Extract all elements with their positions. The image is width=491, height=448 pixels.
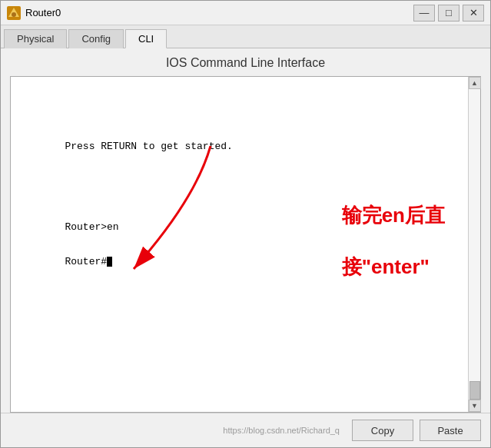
svg-point-2 bbox=[12, 12, 16, 17]
cli-output[interactable]: Press RETURN to get started. Router>en R… bbox=[11, 77, 468, 412]
scroll-thumb[interactable] bbox=[469, 381, 480, 400]
cli-prompt2: Router# bbox=[65, 256, 107, 267]
cli-container[interactable]: Press RETURN to get started. Router>en R… bbox=[10, 76, 481, 413]
cli-press-return: Press RETURN to get started. bbox=[65, 141, 232, 152]
annotation-text: 输完en后直 接"enter" bbox=[275, 177, 445, 307]
scroll-up-arrow[interactable]: ▲ bbox=[469, 77, 481, 89]
annotation-overlay: 输完en后直 接"enter" bbox=[11, 77, 468, 412]
app-icon bbox=[7, 6, 21, 20]
scroll-down-arrow[interactable]: ▼ bbox=[469, 400, 481, 412]
window-controls: — □ ✕ bbox=[413, 5, 484, 22]
minimize-button[interactable]: — bbox=[413, 5, 435, 22]
close-button[interactable]: ✕ bbox=[463, 5, 484, 22]
tab-config[interactable]: Config bbox=[68, 29, 124, 48]
annotation-arrow bbox=[57, 138, 241, 292]
main-window: Router0 — □ ✕ Physical Config CLI IOS Co… bbox=[0, 0, 491, 448]
tab-physical[interactable]: Physical bbox=[4, 29, 67, 48]
tab-cli[interactable]: CLI bbox=[125, 29, 167, 48]
page-title: IOS Command Line Interface bbox=[1, 48, 490, 76]
annotation-line2: 接"enter" bbox=[342, 255, 430, 278]
window-title: Router0 bbox=[25, 7, 413, 18]
main-content: Press RETURN to get started. Router>en R… bbox=[1, 76, 490, 413]
bottom-bar: https://blog.csdn.net/Richard_q Copy Pas… bbox=[1, 413, 490, 447]
maximize-button[interactable]: □ bbox=[438, 5, 459, 22]
scroll-track[interactable] bbox=[469, 89, 480, 400]
cli-prompt1: Router>en bbox=[65, 221, 118, 233]
copy-button[interactable]: Copy bbox=[352, 420, 413, 441]
tab-bar: Physical Config CLI bbox=[1, 25, 490, 48]
footer-url: https://blog.csdn.net/Richard_q bbox=[10, 426, 346, 435]
cli-cursor bbox=[107, 257, 112, 267]
scrollbar: ▲ ▼ bbox=[468, 77, 480, 412]
title-bar: Router0 — □ ✕ bbox=[1, 1, 490, 25]
paste-button[interactable]: Paste bbox=[420, 420, 481, 441]
annotation-line1: 输完en后直 bbox=[342, 204, 445, 227]
